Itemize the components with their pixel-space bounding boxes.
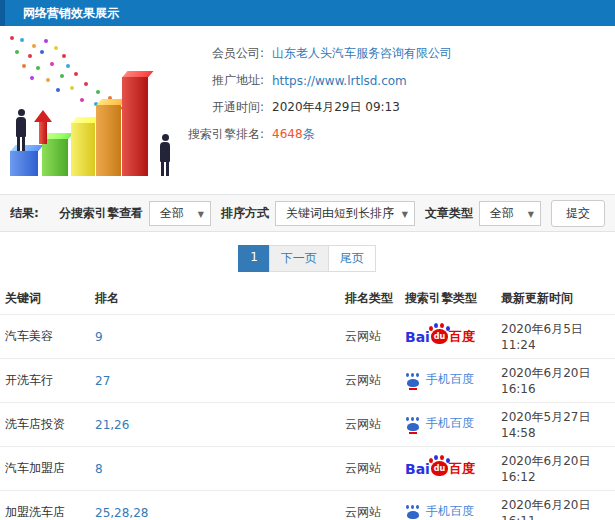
table-header-row: 关键词 排名 排名类型 搜索引擎类型 最新更新时间 <box>0 282 615 315</box>
sort-select[interactable]: 关键词由短到长排序 ▼ <box>275 201 415 226</box>
paw-toe-dot <box>406 373 409 377</box>
ranking-value: 4648条 <box>272 126 315 143</box>
pagination: 1 下一页 尾页 <box>0 245 615 272</box>
paw-pad <box>407 423 419 431</box>
paw-toe-dot <box>411 373 414 377</box>
businessman-figure-right <box>158 134 172 176</box>
promo-url-link[interactable]: https://www.lrtlsd.com <box>272 74 407 88</box>
mobile-baidu-label: 手机百度 <box>426 371 474 388</box>
rank-value: 25,28,28 <box>95 506 148 520</box>
chevron-down-icon: ▼ <box>528 202 534 227</box>
rank-cell: 27 <box>90 359 340 403</box>
updated-time-value: 2020年5月27日 14:58 <box>501 410 590 440</box>
article-type-label: 文章类型 <box>425 205 473 222</box>
businessman-figure-left <box>14 109 28 151</box>
paw-toe-dot <box>416 373 419 377</box>
paw-toe-dot <box>406 417 409 421</box>
paw-toe-dot <box>429 326 433 331</box>
keyword-cell: 汽车美容 <box>0 315 90 359</box>
last-page-button[interactable]: 尾页 <box>328 245 376 272</box>
page-1-button[interactable]: 1 <box>238 245 270 272</box>
paw-pad <box>407 379 419 387</box>
table-row: 开洗车行27云网站手机百度2020年6月20日 16:16 <box>0 359 615 403</box>
result-label: 结果: <box>10 205 39 222</box>
ranking-count: 4648 <box>272 127 303 141</box>
paw-toe-dot <box>434 323 438 328</box>
rank-type-value: 云网站 <box>345 461 381 475</box>
rank-type-cell: 云网站 <box>340 315 400 359</box>
mobile-baidu-label: 手机百度 <box>426 503 474 520</box>
confetti-dots-decoration <box>10 36 14 40</box>
next-page-button[interactable]: 下一页 <box>269 245 329 272</box>
paw-toe-dot <box>416 417 419 421</box>
rank-type-cell: 云网站 <box>340 359 400 403</box>
keyword-ranking-table: 关键词 排名 排名类型 搜索引擎类型 最新更新时间 汽车美容9云网站Baidu百… <box>0 282 615 520</box>
engine-cell: 手机百度 <box>400 491 496 520</box>
submit-button[interactable]: 提交 <box>551 200 605 227</box>
engine-select-value: 全部 <box>160 206 184 220</box>
engine-select[interactable]: 全部 ▼ <box>149 201 211 226</box>
updated-time-value: 2020年6月20日 16:16 <box>501 366 590 396</box>
company-link[interactable]: 山东老人头汽车服务咨询有限公司 <box>272 45 452 62</box>
paw-toe-dot <box>440 455 444 460</box>
chevron-down-icon: ▼ <box>198 202 204 227</box>
filter-bar: 结果: 分搜索引擎查看 全部 ▼ 排序方式 关键词由短到长排序 ▼ 文章类型 全… <box>0 194 615 232</box>
baidu-logo-cn-text: 百度 <box>449 328 475 346</box>
rank-type-value: 云网站 <box>345 505 381 519</box>
chevron-down-icon: ▼ <box>402 202 408 227</box>
rank-cell: 9 <box>90 315 340 359</box>
paw-toe-dot <box>411 505 414 509</box>
ranking-row: 搜索引擎排名: 4648条 <box>182 121 615 148</box>
mobile-baidu-logo: 手机百度 <box>405 503 474 520</box>
up-arrow-icon <box>34 110 52 122</box>
rank-cell: 25,28,28 <box>90 491 340 520</box>
mobile-baidu-paw-icon <box>405 417 421 431</box>
updated-time-value: 2020年6月20日 16:12 <box>501 454 590 484</box>
sort-label: 排序方式 <box>221 205 269 222</box>
mobile-baidu-paw-icon <box>405 373 421 387</box>
header-rank: 排名 <box>90 282 340 315</box>
header-engine-type: 搜索引擎类型 <box>400 282 496 315</box>
opened-time-value: 2020年4月29日 09:13 <box>272 99 400 116</box>
baidu-logo: Baidu百度 <box>405 328 475 346</box>
keyword-cell: 加盟洗车店 <box>0 491 90 520</box>
header-keyword: 关键词 <box>0 282 90 315</box>
baidu-paw-icon: du <box>431 461 448 476</box>
paw-toe-dot <box>416 505 419 509</box>
keyword-cell: 开洗车行 <box>0 359 90 403</box>
top-section: 会员公司: 山东老人头汽车服务咨询有限公司 推广地址: https://www.… <box>0 26 615 192</box>
keyword-cell: 洗车店投资 <box>0 403 90 447</box>
header-rank-type: 排名类型 <box>340 282 400 315</box>
mobile-baidu-paw-icon <box>405 505 421 519</box>
illustration-bar-blue <box>10 151 38 176</box>
paw-toe-dot <box>406 505 409 509</box>
opened-time-label: 开通时间: <box>182 99 264 116</box>
updated-time-value: 2020年6月5日 11:24 <box>501 322 583 352</box>
article-type-select[interactable]: 全部 ▼ <box>479 201 541 226</box>
rank-value: 21,26 <box>95 418 129 432</box>
baidu-logo-du-text: du <box>434 332 445 341</box>
sort-select-value: 关键词由短到长排序 <box>286 206 394 220</box>
paw-toe-dot <box>446 326 450 331</box>
rank-type-value: 云网站 <box>345 373 381 387</box>
illustration-bar-yellow <box>71 123 95 176</box>
engine-cell: 手机百度 <box>400 359 496 403</box>
table-row: 汽车加盟店8云网站Baidu百度2020年6月20日 16:12 <box>0 447 615 491</box>
baidu-logo-cn-text: 百度 <box>449 460 475 478</box>
table-row: 汽车美容9云网站Baidu百度2020年6月5日 11:24 <box>0 315 615 359</box>
updated-time-cell: 2020年6月20日 16:16 <box>496 359 615 403</box>
page-header: 网络营销效果展示 <box>0 0 615 26</box>
baidu-logo: Baidu百度 <box>405 460 475 478</box>
opened-time-row: 开通时间: 2020年4月29日 09:13 <box>182 94 615 121</box>
rank-value: 8 <box>95 462 103 476</box>
ranking-label: 搜索引擎排名: <box>182 126 264 143</box>
rank-value: 9 <box>95 330 103 344</box>
engine-cell: 手机百度 <box>400 403 496 447</box>
updated-time-cell: 2020年6月20日 16:12 <box>496 447 615 491</box>
paw-toe-dot <box>440 323 444 328</box>
header-updated: 最新更新时间 <box>496 282 615 315</box>
table-row: 加盟洗车店25,28,28云网站手机百度2020年6月20日 16:11 <box>0 491 615 520</box>
baidu-paw-icon: du <box>431 329 448 344</box>
paw-toe-dot <box>434 455 438 460</box>
promo-url-row: 推广地址: https://www.lrtlsd.com <box>182 67 615 94</box>
